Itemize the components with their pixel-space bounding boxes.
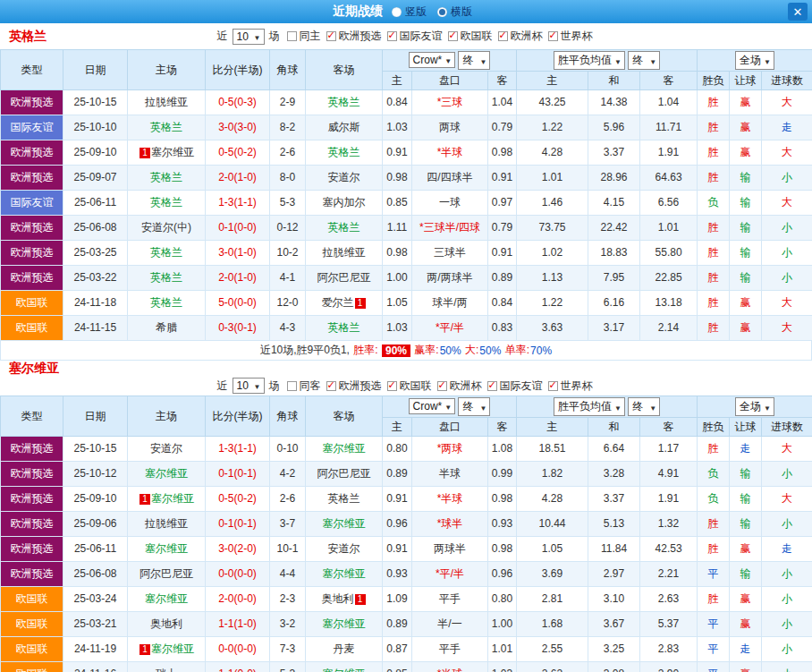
match-count-select[interactable]: 10 <box>233 29 265 45</box>
match-count-select[interactable]: 10 <box>233 378 265 394</box>
away-team-cell[interactable]: 英格兰 <box>306 316 383 341</box>
home-team-name[interactable]: 拉脱维亚 <box>145 96 188 108</box>
checkbox-icon[interactable] <box>387 31 397 41</box>
filter-checkbox-option[interactable]: 欧洲预选 <box>326 379 382 394</box>
home-team-name[interactable]: 英格兰 <box>150 246 182 259</box>
home-team-cell[interactable]: 英格兰 <box>128 115 206 140</box>
away-team-cell[interactable]: 奥地利1 <box>306 587 383 612</box>
home-team-cell[interactable]: 安道尔(中) <box>128 216 206 241</box>
home-team-name[interactable]: 英格兰 <box>150 171 182 183</box>
away-team-cell[interactable]: 塞内加尔 <box>306 191 383 216</box>
home-team-name[interactable]: 安道尔 <box>150 442 182 455</box>
filter-checkbox-option[interactable]: 欧国联 <box>387 379 432 394</box>
close-icon[interactable] <box>788 3 808 21</box>
away-team-cell[interactable]: 塞尔维亚 <box>306 662 383 672</box>
odds-average-select[interactable]: 胜平负均值 <box>554 397 625 416</box>
away-team-cell[interactable]: 英格兰 <box>306 216 383 241</box>
away-team-name[interactable]: 安道尔 <box>328 542 360 555</box>
home-team-name[interactable]: 奥地利 <box>150 617 182 630</box>
filter-checkbox-option[interactable]: 欧洲杯 <box>498 29 543 44</box>
checkbox-icon[interactable] <box>287 381 297 391</box>
odds-average-select[interactable]: 胜平负均值 <box>554 51 625 70</box>
checkbox-icon[interactable] <box>326 31 336 41</box>
home-team-cell[interactable]: 1塞尔维亚 <box>128 637 206 662</box>
away-team-cell[interactable]: 英格兰 <box>306 140 383 166</box>
home-team-cell[interactable]: 英格兰 <box>128 166 206 191</box>
home-team-cell[interactable]: 塞尔维亚 <box>128 587 206 612</box>
home-team-cell[interactable]: 瑞士 <box>128 662 206 672</box>
away-team-name[interactable]: 安道尔 <box>328 171 360 183</box>
radio-horizontal[interactable] <box>437 7 447 17</box>
home-team-cell[interactable]: 英格兰 <box>128 191 206 216</box>
checkbox-icon[interactable] <box>487 381 497 391</box>
checkbox-icon[interactable] <box>326 381 336 391</box>
filter-checkbox-option[interactable]: 欧洲预选 <box>326 29 382 44</box>
home-team-cell[interactable]: 1塞尔维亚 <box>128 487 206 512</box>
filter-checkbox-option[interactable]: 同客 <box>287 379 321 394</box>
filter-checkbox-option[interactable]: 世界杯 <box>548 29 593 44</box>
checkbox-icon[interactable] <box>548 31 558 41</box>
home-team-name[interactable]: 英格兰 <box>150 271 182 284</box>
home-team-name[interactable]: 塞尔维亚 <box>145 592 188 605</box>
home-team-name[interactable]: 阿尔巴尼亚 <box>140 567 193 580</box>
home-team-cell[interactable]: 奥地利 <box>128 612 206 637</box>
radio-horizontal-label[interactable]: 横版 <box>451 4 472 20</box>
away-team-cell[interactable]: 丹麦 <box>306 637 383 662</box>
away-team-name[interactable]: 英格兰 <box>328 221 360 234</box>
scope-select[interactable]: 全场 <box>735 51 774 70</box>
away-team-name[interactable]: 塞内加尔 <box>323 196 366 208</box>
away-team-name[interactable]: 英格兰 <box>328 321 360 334</box>
away-team-name[interactable]: 爱尔兰 <box>322 296 354 309</box>
home-team-name[interactable]: 英格兰 <box>150 121 182 133</box>
home-team-cell[interactable]: 拉脱维亚 <box>128 90 206 115</box>
away-team-name[interactable]: 英格兰 <box>328 146 360 158</box>
checkbox-icon[interactable] <box>498 31 508 41</box>
away-team-cell[interactable]: 阿尔巴尼亚 <box>306 266 383 291</box>
final-odds-select[interactable]: 终 <box>458 397 490 416</box>
away-team-name[interactable]: 威尔斯 <box>328 121 360 133</box>
checkbox-icon[interactable] <box>548 381 558 391</box>
home-team-name[interactable]: 希腊 <box>156 321 177 334</box>
filter-checkbox-option[interactable]: 同主 <box>287 29 321 44</box>
final-odds-select[interactable]: 终 <box>458 51 490 70</box>
away-team-name[interactable]: 塞尔维亚 <box>323 567 366 580</box>
away-team-name[interactable]: 塞尔维亚 <box>323 617 366 630</box>
home-team-name[interactable]: 塞尔维亚 <box>151 492 194 505</box>
radio-vertical-label[interactable]: 竖版 <box>405 4 427 20</box>
away-team-cell[interactable]: 英格兰 <box>306 90 383 115</box>
away-team-name[interactable]: 塞尔维亚 <box>323 517 366 530</box>
filter-checkbox-option[interactable]: 国际友谊 <box>487 379 543 394</box>
away-team-name[interactable]: 英格兰 <box>328 96 360 108</box>
filter-checkbox-option[interactable]: 世界杯 <box>548 379 593 394</box>
home-team-name[interactable]: 英格兰 <box>150 296 182 309</box>
home-team-name[interactable]: 塞尔维亚 <box>151 642 194 655</box>
away-team-name[interactable]: 丹麦 <box>334 642 355 655</box>
home-team-name[interactable]: 塞尔维亚 <box>151 146 194 158</box>
filter-checkbox-option[interactable]: 国际友谊 <box>387 29 443 44</box>
away-team-cell[interactable]: 阿尔巴尼亚 <box>306 462 383 487</box>
away-team-cell[interactable]: 威尔斯 <box>306 115 383 140</box>
checkbox-icon[interactable] <box>287 31 297 41</box>
checkbox-icon[interactable] <box>437 381 447 391</box>
home-team-cell[interactable]: 英格兰 <box>128 291 206 316</box>
home-team-cell[interactable]: 1塞尔维亚 <box>128 140 206 166</box>
home-team-cell[interactable]: 塞尔维亚 <box>128 462 206 487</box>
home-team-name[interactable]: 安道尔(中) <box>141 221 191 234</box>
away-team-name[interactable]: 塞尔维亚 <box>323 668 366 672</box>
away-team-name[interactable]: 拉脱维亚 <box>323 246 366 259</box>
away-team-cell[interactable]: 塞尔维亚 <box>306 562 383 587</box>
radio-vertical[interactable] <box>392 7 402 17</box>
checkbox-icon[interactable] <box>448 31 458 41</box>
scope-select[interactable]: 全场 <box>735 397 774 416</box>
checkbox-icon[interactable] <box>387 381 397 391</box>
bookmaker-select[interactable]: Crow* <box>409 52 456 68</box>
home-team-cell[interactable]: 英格兰 <box>128 266 206 291</box>
home-team-cell[interactable]: 希腊 <box>128 316 206 341</box>
away-team-cell[interactable]: 塞尔维亚 <box>306 612 383 637</box>
final-euro-select[interactable]: 终 <box>628 51 660 70</box>
home-team-cell[interactable]: 安道尔 <box>128 437 206 462</box>
away-team-cell[interactable]: 塞尔维亚 <box>306 437 383 462</box>
bookmaker-select[interactable]: Crow* <box>409 398 456 414</box>
final-euro-select[interactable]: 终 <box>628 397 660 416</box>
away-team-name[interactable]: 英格兰 <box>328 492 360 505</box>
